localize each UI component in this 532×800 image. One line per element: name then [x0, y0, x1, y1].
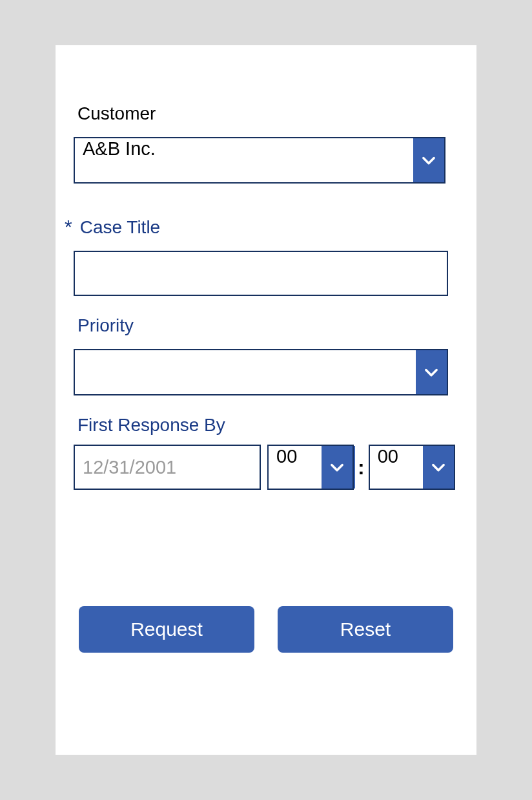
- priority-label-row: Priority: [74, 315, 458, 336]
- first-response-label: First Response By: [77, 415, 225, 436]
- chevron-down-icon: [413, 138, 444, 182]
- field-first-response: First Response By 00: [74, 415, 458, 490]
- field-case-title: * Case Title: [74, 216, 458, 296]
- priority-label: Priority: [77, 315, 134, 336]
- case-title-label: Case Title: [80, 217, 161, 238]
- chevron-down-icon: [322, 446, 353, 489]
- case-title-input[interactable]: [75, 252, 447, 295]
- first-response-minute-select[interactable]: 00: [369, 445, 455, 490]
- first-response-label-row: First Response By: [74, 415, 458, 436]
- first-response-date[interactable]: [74, 445, 261, 490]
- case-title-label-row: * Case Title: [74, 216, 458, 238]
- field-priority: Priority: [74, 315, 458, 395]
- form-card: Customer A&B Inc. * Case Title Priority: [56, 45, 476, 755]
- case-title-input-wrap: [74, 251, 448, 296]
- priority-select[interactable]: [74, 349, 448, 395]
- field-customer: Customer A&B Inc.: [74, 103, 458, 184]
- first-response-hour-select[interactable]: 00: [267, 445, 354, 490]
- form-body: Customer A&B Inc. * Case Title Priority: [74, 103, 458, 653]
- first-response-minute-value: 00: [370, 446, 423, 489]
- chevron-down-icon: [423, 446, 454, 489]
- customer-label-row: Customer: [74, 103, 458, 124]
- customer-select-value: A&B Inc.: [75, 138, 413, 182]
- actions-row: Request Reset: [74, 606, 458, 653]
- priority-select-value: [75, 350, 416, 394]
- chevron-down-icon: [416, 350, 447, 394]
- customer-label: Customer: [77, 103, 156, 124]
- first-response-row: 00 : 00: [74, 445, 458, 490]
- time-separator: :: [358, 456, 365, 479]
- reset-button[interactable]: Reset: [278, 606, 453, 653]
- required-marker: *: [65, 216, 72, 238]
- first-response-hour-value: 00: [269, 446, 322, 489]
- customer-select[interactable]: A&B Inc.: [74, 137, 445, 184]
- request-button[interactable]: Request: [79, 606, 254, 653]
